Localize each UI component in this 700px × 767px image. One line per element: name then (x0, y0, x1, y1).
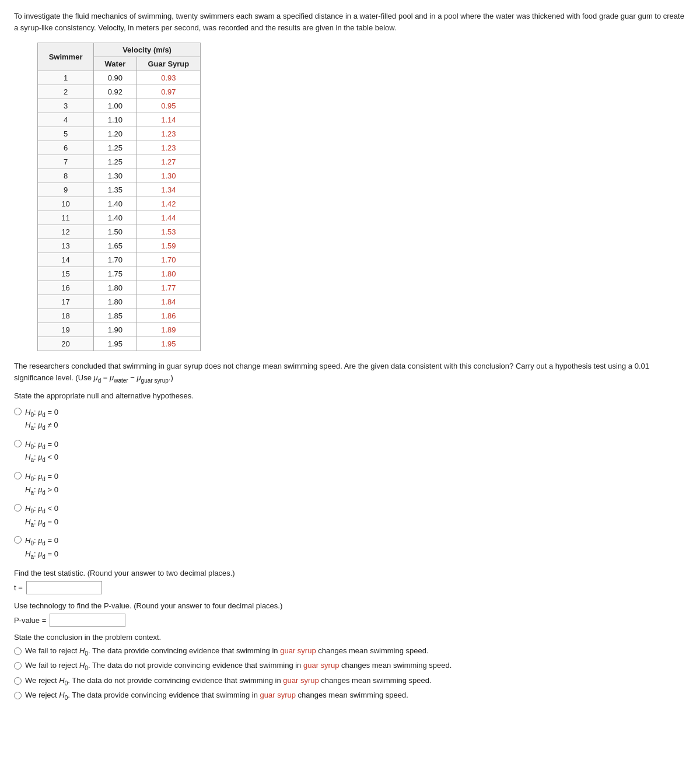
pvalue-label: P-value = (14, 616, 46, 625)
table-row: 161.801.77 (38, 281, 201, 295)
conclusion-radio-4[interactable] (14, 692, 22, 699)
hyp4-h0: H0: μd < 0 (25, 503, 58, 516)
hypothesis-radio-5[interactable] (14, 536, 22, 544)
swimmer-cell: 10 (38, 197, 94, 211)
table-row: 181.851.86 (38, 309, 201, 323)
swimmer-cell: 1 (38, 71, 94, 85)
water-cell: 1.25 (94, 141, 137, 155)
hypothesis-option-1[interactable]: H0: μd = 0 Ha: μd ≠ 0 (14, 407, 686, 433)
water-cell: 1.90 (94, 323, 137, 337)
pvalue-input[interactable] (50, 614, 125, 627)
guar-cell: 1.42 (136, 197, 200, 211)
guar-cell: 1.70 (136, 253, 200, 267)
swimmer-cell: 14 (38, 253, 94, 267)
guar-cell: 1.44 (136, 211, 200, 225)
swimmer-cell: 13 (38, 239, 94, 253)
guar-cell: 1.23 (136, 127, 200, 141)
conclusion-radio-3[interactable] (14, 677, 22, 685)
velocity-table: Swimmer Velocity (m/s) Water Guar Syrup … (37, 43, 201, 351)
table-row: 91.351.34 (38, 183, 201, 197)
table-row: 171.801.84 (38, 295, 201, 309)
water-cell: 1.35 (94, 183, 137, 197)
find-stat-label: Find the test statistic. (Round your ans… (14, 569, 686, 577)
conclusion-label-3: We reject H0. The data do not provide co… (25, 676, 432, 687)
guar-cell: 1.34 (136, 183, 200, 197)
water-header: Water (94, 57, 137, 71)
table-row: 41.101.14 (38, 113, 201, 127)
water-cell: 1.95 (94, 337, 137, 351)
swimmer-cell: 16 (38, 281, 94, 295)
guar-cell: 1.89 (136, 323, 200, 337)
swimmer-cell: 2 (38, 85, 94, 99)
swimmer-cell: 5 (38, 127, 94, 141)
velocity-header: Velocity (m/s) (94, 43, 201, 57)
table-row: 10.900.93 (38, 71, 201, 85)
water-cell: 1.85 (94, 309, 137, 323)
hypothesis-radio-4[interactable] (14, 504, 22, 512)
water-cell: 1.65 (94, 239, 137, 253)
table-row: 141.701.70 (38, 253, 201, 267)
guar-header: Guar Syrup (136, 57, 200, 71)
water-cell: 1.40 (94, 197, 137, 211)
pvalue-instruction: Use technology to find the P-value. (Rou… (14, 601, 686, 610)
water-cell: 1.40 (94, 211, 137, 225)
hypothesis-option-2[interactable]: H0: μd = 0 Ha: μd < 0 (14, 439, 686, 465)
t-label: t = (14, 583, 23, 592)
swimmer-cell: 4 (38, 113, 94, 127)
water-cell: 1.30 (94, 169, 137, 183)
conclusion-option-1[interactable]: We fail to reject H0. The data provide c… (14, 646, 686, 657)
guar-cell: 0.97 (136, 85, 200, 99)
table-row: 61.251.23 (38, 141, 201, 155)
data-table-wrapper: Swimmer Velocity (m/s) Water Guar Syrup … (37, 43, 686, 351)
guar-cell: 1.27 (136, 155, 200, 169)
hypothesis-option-3[interactable]: H0: μd = 0 Ha: μd > 0 (14, 471, 686, 497)
guar-cell: 0.95 (136, 99, 200, 113)
conclusion-option-4[interactable]: We reject H0. The data provide convincin… (14, 691, 686, 701)
conclusion-radio-2[interactable] (14, 662, 22, 670)
hypothesis-option-4[interactable]: H0: μd < 0 Ha: μd = 0 (14, 503, 686, 529)
conclusion-options: We fail to reject H0. The data provide c… (14, 646, 686, 701)
hypothesis-radio-2[interactable] (14, 440, 22, 447)
table-row: 81.301.30 (38, 169, 201, 183)
conclusion-label-2: We fail to reject H0. The data do not pr… (25, 661, 452, 671)
swimmer-cell: 9 (38, 183, 94, 197)
hypothesis-options: H0: μd = 0 Ha: μd ≠ 0 H0: μd = 0 Ha: μd … (14, 407, 686, 562)
hypothesis-radio-1[interactable] (14, 408, 22, 415)
hyp5-h0: H0: μd = 0 (25, 535, 58, 548)
hyp4-ha: Ha: μd = 0 (25, 516, 58, 530)
swimmer-cell: 12 (38, 225, 94, 239)
hypothesis-option-5[interactable]: H0: μd = 0 Ha: μd = 0 (14, 535, 686, 561)
water-cell: 1.75 (94, 267, 137, 281)
hyp3-ha: Ha: μd > 0 (25, 484, 58, 498)
conclusion-option-2[interactable]: We fail to reject H0. The data do not pr… (14, 661, 686, 671)
water-cell: 1.00 (94, 99, 137, 113)
table-row: 20.920.97 (38, 85, 201, 99)
swimmer-cell: 11 (38, 211, 94, 225)
conclusion-radio-1[interactable] (14, 647, 22, 655)
water-cell: 0.90 (94, 71, 137, 85)
conclusion-section: State the conclusion in the problem cont… (14, 633, 686, 701)
hyp3-h0: H0: μd = 0 (25, 471, 58, 484)
guar-cell: 1.14 (136, 113, 200, 127)
water-cell: 1.80 (94, 295, 137, 309)
guar-cell: 1.30 (136, 169, 200, 183)
hyp1-h0: H0: μd = 0 (25, 407, 58, 420)
guar-cell: 1.77 (136, 281, 200, 295)
conclusion-option-3[interactable]: We reject H0. The data do not provide co… (14, 676, 686, 687)
state-hypotheses-label: State the appropriate null and alternati… (14, 390, 686, 402)
intro-paragraph: To investigate the fluid mechanics of sw… (14, 10, 686, 33)
water-cell: 0.92 (94, 85, 137, 99)
conclusion-label-1: We fail to reject H0. The data provide c… (25, 646, 429, 657)
water-cell: 1.70 (94, 253, 137, 267)
t-input[interactable] (26, 581, 102, 594)
guar-cell: 1.80 (136, 267, 200, 281)
pvalue-section: Use technology to find the P-value. (Rou… (14, 601, 686, 627)
table-row: 121.501.53 (38, 225, 201, 239)
table-row: 51.201.23 (38, 127, 201, 141)
state-conclusion-label: State the conclusion in the problem cont… (14, 633, 686, 642)
guar-cell: 1.84 (136, 295, 200, 309)
swimmer-cell: 6 (38, 141, 94, 155)
swimmer-cell: 17 (38, 295, 94, 309)
hypothesis-radio-3[interactable] (14, 472, 22, 479)
water-cell: 1.20 (94, 127, 137, 141)
